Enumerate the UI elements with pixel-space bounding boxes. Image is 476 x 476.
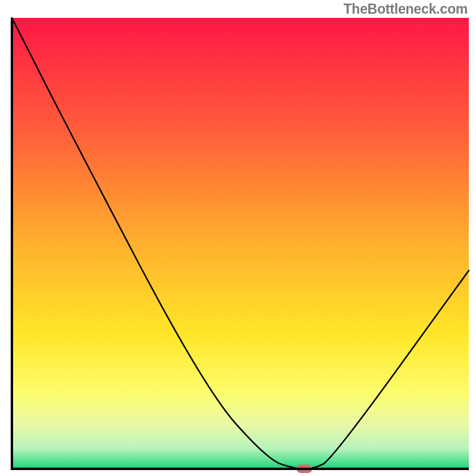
chart-background [12,18,469,469]
attribution-label: TheBottleneck.com [343,1,468,17]
bottleneck-chart [0,0,476,476]
chart-container: TheBottleneck.com [0,0,476,476]
